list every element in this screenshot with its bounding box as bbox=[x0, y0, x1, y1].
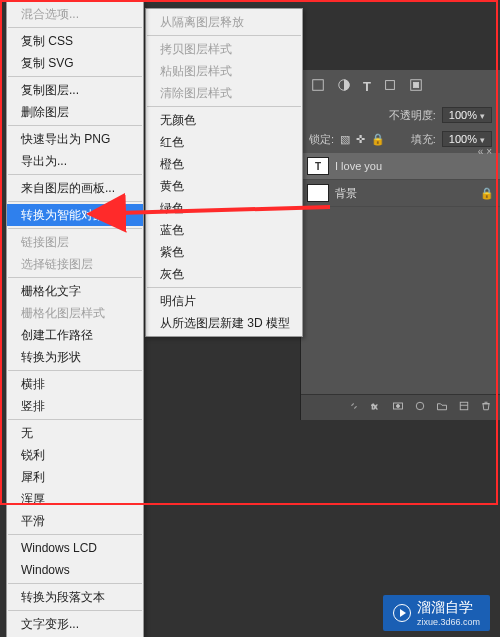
menu-separator bbox=[147, 287, 301, 288]
menu-separator bbox=[8, 610, 142, 611]
layers-panel: « × T 不透明度: 100% ▾ 锁定: ▧ ✜ 🔒 填充: 100% ▾ … bbox=[300, 70, 500, 420]
menu-item[interactable]: 竖排 bbox=[7, 395, 143, 417]
adjustment-layer-icon[interactable] bbox=[414, 400, 426, 415]
layer-thumb-icon bbox=[307, 184, 329, 202]
menu-item: 混合选项... bbox=[7, 3, 143, 25]
new-layer-icon[interactable] bbox=[458, 400, 470, 415]
lock-label: 锁定: bbox=[309, 132, 334, 147]
menu-item[interactable]: 删除图层 bbox=[7, 101, 143, 123]
layers-panel-footer: fx bbox=[301, 394, 500, 420]
lock-indicator-icon: 🔒 bbox=[480, 187, 494, 200]
lock-all-icon[interactable]: ▧ bbox=[340, 133, 350, 146]
menu-item[interactable]: 灰色 bbox=[146, 263, 302, 285]
menu-item[interactable]: 横排 bbox=[7, 373, 143, 395]
opacity-row: 不透明度: 100% ▾ bbox=[301, 103, 500, 127]
svg-point-8 bbox=[397, 405, 400, 408]
filter-smart-icon[interactable] bbox=[409, 78, 423, 95]
menu-item[interactable]: 紫色 bbox=[146, 241, 302, 263]
menu-separator bbox=[8, 201, 142, 202]
context-submenu: 从隔离图层释放拷贝图层样式粘贴图层样式清除图层样式无颜色红色橙色黄色绿色蓝色紫色… bbox=[145, 8, 303, 337]
menu-separator bbox=[8, 228, 142, 229]
menu-item[interactable]: 无 bbox=[7, 422, 143, 444]
menu-item[interactable]: 导出为... bbox=[7, 150, 143, 172]
menu-item[interactable]: 复制 CSS bbox=[7, 30, 143, 52]
menu-separator bbox=[8, 76, 142, 77]
menu-item[interactable]: 锐利 bbox=[7, 444, 143, 466]
layers-list: T I love you 背景 🔒 bbox=[301, 151, 500, 207]
menu-item[interactable]: 平滑 bbox=[7, 510, 143, 532]
fill-label: 填充: bbox=[411, 132, 436, 147]
lock-icon[interactable]: 🔒 bbox=[371, 133, 385, 146]
filter-pixel-icon[interactable] bbox=[311, 78, 325, 95]
menu-item: 链接图层 bbox=[7, 231, 143, 253]
menu-item[interactable]: 从所选图层新建 3D 模型 bbox=[146, 312, 302, 334]
filter-text-icon[interactable]: T bbox=[363, 79, 371, 94]
svg-rect-0 bbox=[313, 80, 324, 91]
panel-collapse-icon[interactable]: « × bbox=[478, 146, 492, 157]
menu-item[interactable]: 明信片 bbox=[146, 290, 302, 312]
lock-position-icon[interactable]: ✜ bbox=[356, 133, 365, 146]
menu-item[interactable]: 转换为智能对象 bbox=[7, 204, 143, 226]
menu-item[interactable]: Windows LCD bbox=[7, 537, 143, 559]
fill-row: 锁定: ▧ ✜ 🔒 填充: 100% ▾ bbox=[301, 127, 500, 151]
menu-item[interactable]: 复制 SVG bbox=[7, 52, 143, 74]
menu-item[interactable]: 转换为形状 bbox=[7, 346, 143, 368]
svg-text:fx: fx bbox=[372, 402, 378, 411]
menu-item[interactable]: 绿色 bbox=[146, 197, 302, 219]
menu-item: 从隔离图层释放 bbox=[146, 11, 302, 33]
menu-separator bbox=[8, 27, 142, 28]
filter-shape-icon[interactable] bbox=[383, 78, 397, 95]
watermark-text: 溜溜自学 bbox=[417, 599, 473, 615]
layer-filter-toolbar: T bbox=[301, 70, 500, 103]
menu-item[interactable]: 栅格化文字 bbox=[7, 280, 143, 302]
svg-rect-3 bbox=[386, 81, 395, 90]
menu-item[interactable]: 黄色 bbox=[146, 175, 302, 197]
context-menu: 混合选项...复制 CSS复制 SVG复制图层...删除图层快速导出为 PNG导… bbox=[6, 0, 144, 637]
menu-separator bbox=[8, 583, 142, 584]
menu-item[interactable]: 快速导出为 PNG bbox=[7, 128, 143, 150]
menu-item[interactable]: Windows bbox=[7, 559, 143, 581]
layer-style-icon[interactable]: fx bbox=[370, 400, 382, 415]
opacity-label: 不透明度: bbox=[389, 108, 436, 123]
menu-item[interactable]: 浑厚 bbox=[7, 488, 143, 510]
menu-separator bbox=[8, 125, 142, 126]
layer-name: 背景 bbox=[335, 186, 357, 201]
menu-item[interactable]: 来自图层的画板... bbox=[7, 177, 143, 199]
watermark-url: zixue.3d66.com bbox=[417, 617, 480, 627]
svg-rect-10 bbox=[460, 402, 468, 410]
menu-item[interactable]: 创建工作路径 bbox=[7, 324, 143, 346]
menu-separator bbox=[147, 106, 301, 107]
layer-thumb-text-icon: T bbox=[307, 157, 329, 175]
menu-item[interactable]: 复制图层... bbox=[7, 79, 143, 101]
opacity-input[interactable]: 100% ▾ bbox=[442, 107, 492, 123]
play-icon bbox=[393, 604, 411, 622]
fill-input[interactable]: 100% ▾ bbox=[442, 131, 492, 147]
menu-item[interactable]: 犀利 bbox=[7, 466, 143, 488]
menu-item[interactable]: 文字变形... bbox=[7, 613, 143, 635]
layer-row[interactable]: 背景 🔒 bbox=[301, 180, 500, 207]
menu-separator bbox=[147, 35, 301, 36]
menu-item[interactable]: 橙色 bbox=[146, 153, 302, 175]
menu-separator bbox=[8, 370, 142, 371]
menu-separator bbox=[8, 174, 142, 175]
svg-rect-5 bbox=[413, 82, 418, 87]
menu-item[interactable]: 红色 bbox=[146, 131, 302, 153]
menu-item[interactable]: 转换为段落文本 bbox=[7, 586, 143, 608]
menu-item: 清除图层样式 bbox=[146, 82, 302, 104]
layer-row[interactable]: T I love you bbox=[301, 153, 500, 180]
menu-separator bbox=[8, 419, 142, 420]
watermark: 溜溜自学 zixue.3d66.com bbox=[383, 595, 490, 631]
filter-adjust-icon[interactable] bbox=[337, 78, 351, 95]
layer-mask-icon[interactable] bbox=[392, 400, 404, 415]
link-layers-icon[interactable] bbox=[348, 400, 360, 415]
menu-item[interactable]: 无颜色 bbox=[146, 109, 302, 131]
menu-item[interactable]: 蓝色 bbox=[146, 219, 302, 241]
menu-item: 栅格化图层样式 bbox=[7, 302, 143, 324]
layer-name: I love you bbox=[335, 160, 382, 172]
group-icon[interactable] bbox=[436, 400, 448, 415]
delete-layer-icon[interactable] bbox=[480, 400, 492, 415]
svg-point-9 bbox=[416, 402, 424, 410]
menu-item: 选择链接图层 bbox=[7, 253, 143, 275]
menu-item: 粘贴图层样式 bbox=[146, 60, 302, 82]
menu-separator bbox=[8, 277, 142, 278]
